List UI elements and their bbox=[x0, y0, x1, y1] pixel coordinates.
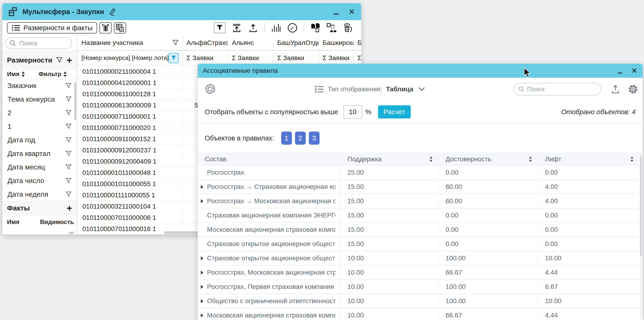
name-column-label[interactable]: Имя bbox=[7, 71, 20, 78]
filter-icon[interactable] bbox=[66, 96, 72, 102]
column-resize-button[interactable] bbox=[100, 22, 112, 34]
expand-icon[interactable] bbox=[200, 271, 204, 274]
rule-composition-cell[interactable]: Общество с ограниченной ответственностью… bbox=[198, 294, 340, 308]
filter-icon[interactable] bbox=[214, 23, 226, 33]
pivot-column-header[interactable]: Башкирская ст bbox=[319, 36, 354, 50]
minimize-icon[interactable] bbox=[334, 14, 339, 15]
filter-icon[interactable] bbox=[66, 137, 72, 143]
sphere-icon[interactable] bbox=[205, 83, 216, 95]
sidebar-scrollbar-thumb[interactable] bbox=[74, 82, 76, 120]
sidebar-hscroll-thumb[interactable] bbox=[69, 232, 74, 234]
expand-icon[interactable] bbox=[200, 199, 204, 203]
dimensions-facts-button[interactable]: Размерности и факты bbox=[7, 22, 97, 34]
sort-icon[interactable] bbox=[630, 156, 634, 162]
add-dimension-button[interactable]: + bbox=[67, 56, 72, 65]
column-header-sostav[interactable]: Состав bbox=[198, 153, 340, 165]
filter-icon[interactable] bbox=[56, 57, 63, 63]
rule-row[interactable]: Росгосстрах25.000.000.00 bbox=[198, 166, 639, 180]
filter-icon[interactable] bbox=[66, 124, 72, 129]
rule-composition-cell[interactable]: Росгосстрах → Московская акционерная стр… bbox=[198, 194, 340, 208]
row-area-header-cell[interactable]: Название участника bbox=[78, 36, 183, 50]
rule-row[interactable]: Страховое открытое акционерное общество … bbox=[198, 251, 639, 266]
popularity-input[interactable] bbox=[344, 105, 362, 118]
sidebar-item-dimension[interactable]: Дата число bbox=[2, 174, 77, 187]
row-header-cell[interactable]: 0101100000711000020 1 bbox=[78, 122, 183, 133]
rule-composition-cell[interactable]: Росгосстрах, Первая страховая компания →… bbox=[198, 280, 340, 293]
pivot-measure-header[interactable]: Σ Заявки bbox=[183, 51, 228, 65]
table-export-button[interactable] bbox=[114, 22, 126, 34]
expand-icon[interactable] bbox=[200, 313, 204, 317]
rule-row[interactable]: Росгосстрах → Московская акционерная стр… bbox=[198, 194, 639, 209]
minimize-icon[interactable] bbox=[618, 73, 622, 74]
rule-row[interactable]: Московская акционерная страховая компани… bbox=[198, 308, 639, 320]
rule-composition-cell[interactable]: Росгосстрах, Московская акционерная стра… bbox=[198, 266, 340, 279]
sort-icon[interactable] bbox=[21, 71, 25, 77]
rule-row[interactable]: Росгосстрах, Первая страховая компания →… bbox=[198, 280, 639, 294]
expand-icon[interactable] bbox=[200, 285, 204, 289]
rule-composition-cell[interactable]: Московская акционерная страховая компани… bbox=[198, 223, 340, 236]
rule-row[interactable]: Росгосстрах → Страховая акционерная комп… bbox=[198, 180, 639, 194]
pivot-column-header[interactable]: Баш bbox=[354, 36, 361, 50]
visibility-bucket-icon[interactable] bbox=[343, 23, 353, 33]
rule-composition-cell[interactable]: Страховое открытое акционерное общество … bbox=[198, 251, 340, 265]
sidebar-search-input[interactable] bbox=[19, 40, 68, 47]
row-header-cell[interactable]: 0101100000911000152 1 bbox=[78, 133, 183, 144]
close-icon[interactable]: ✕ bbox=[631, 67, 638, 75]
add-fact-button[interactable]: + bbox=[67, 203, 72, 213]
pivot-column-header[interactable]: АльфаСтрахова bbox=[183, 36, 228, 50]
compass-icon[interactable] bbox=[287, 23, 298, 33]
settings-icon[interactable] bbox=[628, 84, 638, 95]
rule-composition-cell[interactable]: Московская акционерная страховая компани… bbox=[198, 308, 340, 320]
active-filter-icon[interactable] bbox=[168, 53, 179, 63]
column-header-lift[interactable]: Лифт bbox=[538, 153, 639, 165]
row-header-cell[interactable]: 0101100001011000055 1 bbox=[78, 178, 183, 189]
filter-icon[interactable] bbox=[66, 151, 72, 156]
pivot-column-header[interactable]: Альянс bbox=[228, 36, 274, 50]
column-header-podderzhka[interactable]: Поддержка bbox=[340, 153, 438, 165]
expand-icon[interactable] bbox=[200, 185, 204, 189]
filter-icon[interactable] bbox=[66, 83, 72, 89]
import-icon[interactable] bbox=[232, 23, 242, 33]
row-header-cell[interactable]: 0101100001011000048 1 bbox=[78, 167, 183, 178]
row-header-cell[interactable]: 0101100000211000004 1 bbox=[78, 66, 183, 77]
row-header-cell[interactable]: 0101100007011000006 1 bbox=[78, 212, 183, 223]
rule-row[interactable]: Страховая акционерная компания ЭНЕРГОГАР… bbox=[198, 209, 639, 223]
row-header-cell[interactable]: 0101100003211000104 1 bbox=[78, 201, 183, 212]
row-header-cell[interactable]: 0101100000613000009 1 bbox=[78, 100, 183, 111]
rule-composition-cell[interactable]: Страховая акционерная компания ЭНЕРГОГАР… bbox=[198, 209, 340, 222]
export-icon[interactable] bbox=[610, 84, 621, 95]
sidebar-search[interactable] bbox=[5, 38, 72, 49]
pivot-measure-header[interactable]: Σ Заявки bbox=[228, 51, 274, 65]
row-dimension-cell[interactable]: [Номер конкурса] [Номер лота] bbox=[78, 51, 183, 65]
pivot-measure-header[interactable]: Σ Заявки bbox=[274, 51, 319, 65]
rule-composition-cell[interactable]: Росгосстрах bbox=[198, 166, 340, 179]
calculate-button[interactable]: Расчет bbox=[378, 105, 411, 118]
edit-pencil-icon[interactable] bbox=[108, 8, 116, 16]
export-icon[interactable] bbox=[248, 23, 258, 33]
pivot-column-header[interactable]: БашУралОтдел bbox=[274, 36, 319, 50]
pivot-measure-header[interactable]: Σ З bbox=[354, 51, 361, 65]
sidebar-item-dimension[interactable]: Заказчик bbox=[2, 79, 77, 93]
pivot-measure-header[interactable]: Σ Заявки bbox=[319, 51, 354, 65]
rule-row[interactable]: Московская акционерная страховая компани… bbox=[198, 223, 639, 237]
sidebar-item-dimension[interactable]: 1 bbox=[2, 120, 77, 133]
filter-icon[interactable] bbox=[66, 178, 72, 184]
sidebar-item-dimension[interactable]: Дата месяц bbox=[2, 160, 77, 174]
hierarchy-icon[interactable] bbox=[326, 23, 337, 33]
rule-row[interactable]: Общество с ограниченной ответственностью… bbox=[198, 294, 639, 308]
sidebar-item-dimension[interactable]: Дата неделя bbox=[2, 187, 77, 201]
pivot-hscroll-thumb[interactable] bbox=[164, 231, 202, 234]
close-icon[interactable]: ✕ bbox=[348, 8, 355, 16]
rule-row[interactable]: Страховое открытое акционерное общество … bbox=[198, 237, 639, 251]
row-header-cell[interactable]: 0101100001111000055 1 bbox=[78, 190, 183, 201]
filter-icon[interactable] bbox=[66, 110, 72, 116]
expand-icon[interactable] bbox=[200, 256, 204, 260]
visibility-column-label[interactable]: Видимость bbox=[40, 218, 74, 226]
bar-chart-icon[interactable] bbox=[271, 23, 281, 33]
rule-composition-cell[interactable]: Росгосстрах → Страховая акционерная комп… bbox=[198, 180, 340, 194]
filter-icon[interactable] bbox=[66, 191, 72, 197]
main-titlebar[interactable]: Мультисфера - Закупки ✕ bbox=[2, 3, 361, 20]
row-header-cell[interactable]: 0101100000611000128 1 bbox=[78, 89, 183, 100]
row-header-cell[interactable]: 0101100000711000001 1 bbox=[78, 111, 183, 122]
rule-composition-cell[interactable]: Страховое открытое акционерное общество … bbox=[198, 237, 340, 251]
